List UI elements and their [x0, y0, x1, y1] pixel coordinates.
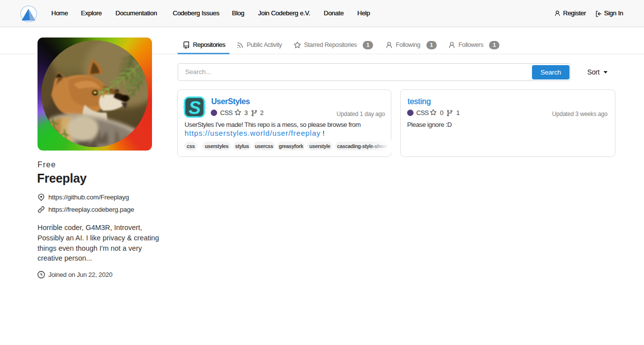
- svg-text:S: S: [189, 98, 201, 118]
